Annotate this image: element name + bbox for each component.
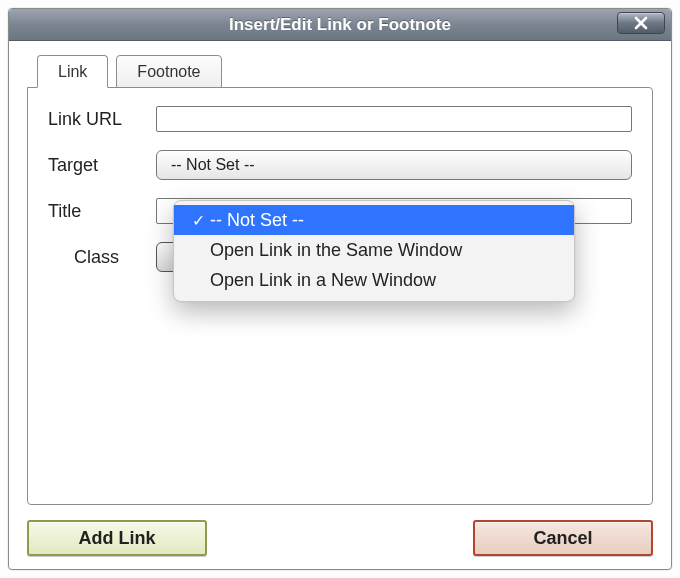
close-button[interactable] bbox=[617, 12, 665, 34]
target-select-value: -- Not Set -- bbox=[171, 156, 255, 173]
add-link-button-label: Add Link bbox=[79, 528, 156, 549]
target-row: Target -- Not Set -- ✓ -- Not Set -- Ope… bbox=[48, 150, 632, 180]
target-option-label: Open Link in a New Window bbox=[210, 270, 560, 291]
link-url-label: Link URL bbox=[48, 109, 156, 130]
check-icon: ✓ bbox=[186, 211, 210, 230]
dialog-footer: Add Link Cancel bbox=[9, 519, 671, 569]
add-link-button[interactable]: Add Link bbox=[27, 520, 207, 556]
tab-link[interactable]: Link bbox=[37, 55, 108, 88]
class-label: Class bbox=[74, 247, 156, 268]
tab-link-label: Link bbox=[58, 63, 87, 80]
close-icon bbox=[633, 15, 649, 31]
target-option-label: Open Link in the Same Window bbox=[210, 240, 560, 261]
tab-footnote-label: Footnote bbox=[137, 63, 200, 80]
link-url-input[interactable] bbox=[156, 106, 632, 132]
link-url-row: Link URL bbox=[48, 106, 632, 132]
tab-footnote[interactable]: Footnote bbox=[116, 55, 221, 88]
target-option-same-window[interactable]: Open Link in the Same Window bbox=[174, 235, 574, 265]
target-select[interactable]: -- Not Set -- bbox=[156, 150, 632, 180]
dialog-body: Link Footnote Link URL Target -- Not Set… bbox=[9, 41, 671, 519]
target-option-not-set[interactable]: ✓ -- Not Set -- bbox=[174, 205, 574, 235]
target-option-new-window[interactable]: Open Link in a New Window bbox=[174, 265, 574, 295]
target-option-label: -- Not Set -- bbox=[210, 210, 560, 231]
tab-strip: Link Footnote bbox=[27, 55, 653, 88]
titlebar: Insert/Edit Link or Footnote bbox=[9, 9, 671, 41]
tab-panel-link: Link URL Target -- Not Set -- ✓ -- Not S… bbox=[27, 87, 653, 505]
target-label: Target bbox=[48, 155, 156, 176]
cancel-button[interactable]: Cancel bbox=[473, 520, 653, 556]
title-label: Title bbox=[48, 201, 156, 222]
insert-link-dialog: Insert/Edit Link or Footnote Link Footno… bbox=[8, 8, 672, 570]
cancel-button-label: Cancel bbox=[533, 528, 592, 549]
target-dropdown: ✓ -- Not Set -- Open Link in the Same Wi… bbox=[173, 200, 575, 302]
dialog-title: Insert/Edit Link or Footnote bbox=[9, 15, 671, 35]
